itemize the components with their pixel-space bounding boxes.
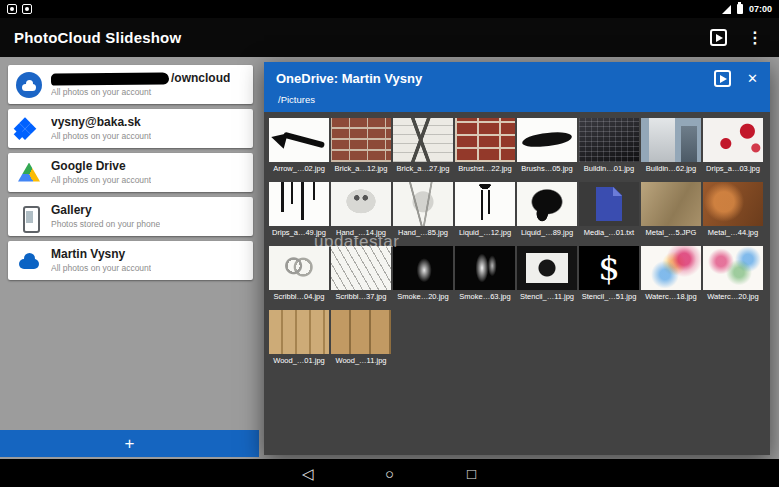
file-name: Wood_…11.jpg: [331, 356, 391, 365]
file-item[interactable]: Smoke…20.jpg: [393, 246, 453, 301]
dialog-body: Arrow_…02.jpg Brick_a…12.jpg Brick_a…27.…: [264, 112, 770, 455]
file-item[interactable]: Stencil_…11.jpg: [517, 246, 577, 301]
file-item[interactable]: Liquid_…89.jpg: [517, 182, 577, 237]
file-item[interactable]: Brushs…05.jpg: [517, 118, 577, 173]
file-item[interactable]: Stencil_…51.jpg: [579, 246, 639, 301]
back-icon[interactable]: ◁: [296, 466, 320, 481]
file-thumbnail: [579, 118, 639, 162]
app-title: PhotoCloud Slideshow: [14, 29, 181, 46]
notification-icon: [7, 4, 17, 14]
file-thumbnail: [703, 246, 763, 290]
file-item[interactable]: Brick_a…12.jpg: [331, 118, 391, 173]
file-name: Stencil_…51.jpg: [579, 292, 639, 301]
file-thumbnail: [331, 310, 391, 354]
file-grid: Arrow_…02.jpg Brick_a…12.jpg Brick_a…27.…: [269, 118, 765, 365]
recents-icon[interactable]: □: [460, 466, 484, 481]
file-name: Hand_…85.jpg: [393, 228, 453, 237]
account-title: vysny@baka.sk: [51, 116, 151, 129]
add-icon: +: [125, 434, 135, 454]
onedrive-icon: [16, 248, 42, 274]
battery-icon: [737, 4, 743, 14]
file-item[interactable]: Brushst…22.jpg: [455, 118, 515, 173]
file-thumbnail: [579, 246, 639, 290]
account-title: /owncloud: [51, 72, 230, 85]
file-name: Metal_…5.JPG: [641, 228, 701, 237]
file-thumbnail: [517, 246, 577, 290]
account-subtitle: All photos on your account: [51, 175, 151, 185]
file-thumbnail: [393, 118, 453, 162]
account-item[interactable]: vysny@baka.sk All photos on your account: [8, 109, 253, 148]
account-title: Martin Vysny: [51, 248, 151, 261]
gdrive-icon: [16, 160, 42, 186]
folder-dialog: OneDrive: Martin Vysny ✕ /Pictures Arrow…: [264, 62, 770, 455]
file-item[interactable]: Smoke…63.jpg: [455, 246, 515, 301]
file-name: Brick_a…27.jpg: [393, 164, 453, 173]
file-thumbnail: [331, 246, 391, 290]
file-name: Waterc…20.jpg: [703, 292, 763, 301]
file-name: Scribbl…37.jpg: [331, 292, 391, 301]
file-item[interactable]: Scribbl…37.jpg: [331, 246, 391, 301]
file-thumbnail: [517, 118, 577, 162]
file-thumbnail: [455, 118, 515, 162]
file-name: Brushst…22.jpg: [455, 164, 515, 173]
file-thumbnail: [269, 246, 329, 290]
file-name: Buildin…01.jpg: [579, 164, 639, 173]
status-notifications: [7, 4, 32, 14]
file-thumbnail: [641, 118, 701, 162]
file-item[interactable]: Metal_…44.jpg: [703, 182, 763, 237]
file-thumbnail: [455, 246, 515, 290]
file-item[interactable]: Media_…01.txt: [579, 182, 639, 237]
file-item[interactable]: Buildin…62.jpg: [641, 118, 701, 173]
file-item[interactable]: Drips_a…49.jpg: [269, 182, 329, 237]
file-item[interactable]: Hand_…14.jpg: [331, 182, 391, 237]
home-icon[interactable]: ○: [378, 466, 402, 481]
file-thumbnail: [641, 182, 701, 226]
file-name: Arrow_…02.jpg: [269, 164, 329, 173]
file-name: Hand_…14.jpg: [331, 228, 391, 237]
file-name: Brick_a…12.jpg: [331, 164, 391, 173]
overflow-menu-icon[interactable]: ⋮: [747, 30, 763, 46]
file-item[interactable]: Wood_…11.jpg: [331, 310, 391, 365]
file-thumbnail: [579, 182, 639, 226]
file-name: Wood_…01.jpg: [269, 356, 329, 365]
account-subtitle: Photos stored on your phone: [51, 219, 160, 229]
content-area: /owncloud All photos on your account vys…: [0, 57, 779, 459]
file-name: Stencil_…11.jpg: [517, 292, 577, 301]
file-item[interactable]: Hand_…85.jpg: [393, 182, 453, 237]
file-item[interactable]: Scribbl…04.jpg: [269, 246, 329, 301]
status-time: 07:00: [749, 4, 772, 14]
file-thumbnail: [517, 182, 577, 226]
account-item[interactable]: Martin Vysny All photos on your account: [8, 241, 253, 280]
file-item[interactable]: Brick_a…27.jpg: [393, 118, 453, 173]
file-item[interactable]: Metal_…5.JPG: [641, 182, 701, 237]
file-item[interactable]: Liquid_…12.jpg: [455, 182, 515, 237]
account-item[interactable]: /owncloud All photos on your account: [8, 65, 253, 104]
file-name: Buildin…62.jpg: [641, 164, 701, 173]
navigation-bar: ◁ ○ □: [0, 459, 779, 487]
file-item[interactable]: Buildin…01.jpg: [579, 118, 639, 173]
file-item[interactable]: Wood_…01.jpg: [269, 310, 329, 365]
dialog-slideshow-icon[interactable]: [714, 70, 731, 87]
add-account-button[interactable]: +: [0, 430, 259, 457]
account-subtitle: All photos on your account: [51, 131, 151, 141]
account-item[interactable]: Google Drive All photos on your account: [8, 153, 253, 192]
file-thumbnail: [331, 118, 391, 162]
file-name: Drips_a…03.jpg: [703, 164, 763, 173]
status-system-icons: 07:00: [722, 4, 772, 14]
close-icon[interactable]: ✕: [747, 72, 758, 85]
screen: 07:00 PhotoCloud Slideshow ⋮ /owncloud A…: [0, 0, 779, 487]
file-name: Media_…01.txt: [579, 228, 639, 237]
file-thumbnail: [269, 118, 329, 162]
dialog-title: OneDrive: Martin Vysny: [276, 71, 714, 86]
file-name: Smoke…20.jpg: [393, 292, 453, 301]
file-thumbnail: [393, 182, 453, 226]
file-item[interactable]: Drips_a…03.jpg: [703, 118, 763, 173]
status-bar: 07:00: [0, 0, 779, 18]
account-item[interactable]: Gallery Photos stored on your phone: [8, 197, 253, 236]
slideshow-icon[interactable]: [710, 29, 727, 46]
file-item[interactable]: Waterc…20.jpg: [703, 246, 763, 301]
file-name: Waterc…18.jpg: [641, 292, 701, 301]
app-bar-actions: ⋮: [710, 29, 765, 46]
file-item[interactable]: Waterc…18.jpg: [641, 246, 701, 301]
file-item[interactable]: Arrow_…02.jpg: [269, 118, 329, 173]
